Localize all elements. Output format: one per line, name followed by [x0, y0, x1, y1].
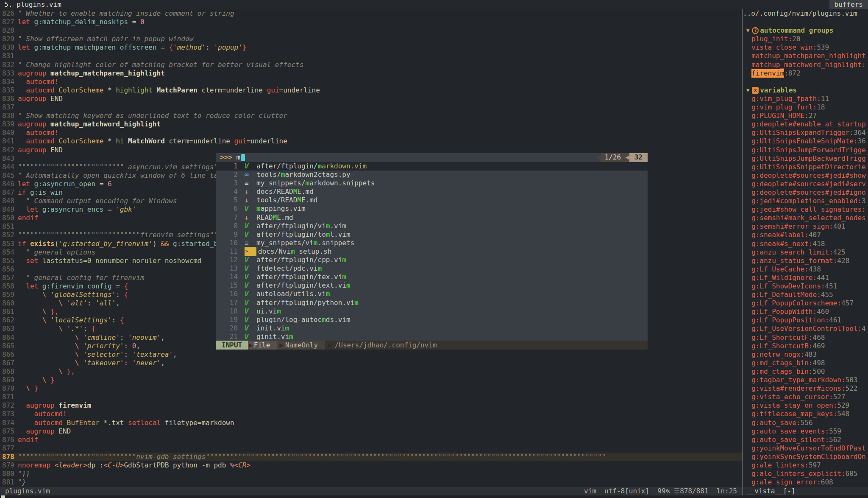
- tag-name[interactable]: g:Lf_WildIgnore: [751, 274, 813, 282]
- vista-tag-entry[interactable]: g:titlecase_map_keys:548: [743, 410, 868, 418]
- tag-name[interactable]: matchup_matchword_highlight: [751, 61, 862, 69]
- file-result-row[interactable]: 16Vautoload/utils.vim: [216, 290, 648, 298]
- tag-name[interactable]: g:yoinkSyncSystemClipboardOn: [751, 453, 866, 461]
- editor-line[interactable]: 868 \ },: [0, 367, 742, 376]
- search-query[interactable]: m: [236, 153, 241, 162]
- vista-tag-entry[interactable]: g:yoinkMoveCursorToEndOfPast: [743, 444, 868, 453]
- tag-name[interactable]: g:semshi#mark_selected_nodes: [751, 214, 866, 222]
- tag-name[interactable]: g:vim_plug_fpath: [751, 95, 817, 103]
- vista-tag-entry[interactable]: g:vim_plug_furl:18: [743, 103, 868, 112]
- file-result-row[interactable]: 14Vafter/ftplugin/tex.vim: [216, 273, 648, 281]
- vista-tag-entry[interactable]: g:netrw_nogx:483: [743, 350, 868, 359]
- file-result-row[interactable]: 2∞tools/markdown2ctags.py: [216, 171, 648, 179]
- tag-name[interactable]: g:vim_plug_furl: [751, 103, 813, 112]
- tag-name[interactable]: g:yoinkMoveCursorToEndOfPast: [751, 444, 866, 453]
- vista-tag-entry[interactable]: g:Lf_DefaultMode:455: [743, 291, 868, 299]
- tag-name[interactable]: g:deoplete#sources#jedi#igno: [751, 188, 866, 197]
- editor-line[interactable]: 831: [0, 52, 742, 60]
- editor-line[interactable]: 872 augroup firenvim: [0, 401, 742, 410]
- editor-line[interactable]: 833augroup matchup_matchparen_highlight: [0, 69, 742, 78]
- vista-tag-entry[interactable]: g:Lf_ShowDevIcons:451: [743, 282, 868, 291]
- editor-line[interactable]: 839augroup matchup_matchword_highlight: [0, 120, 742, 129]
- file-result-row[interactable]: 19Vplugin/log-autocmds.vim: [216, 316, 648, 324]
- vista-tag-entry[interactable]: g:deoplete#sources#jedi#show: [743, 171, 868, 180]
- file-result-row[interactable]: 7↓README.md: [216, 213, 648, 222]
- vista-tag-entry[interactable]: g:sneak#s_next:418: [743, 240, 868, 248]
- tag-name[interactable]: g:vista_stay_on_open: [751, 401, 833, 410]
- file-result-row[interactable]: 20Vinit.vim: [216, 324, 648, 333]
- vista-tag-entry[interactable]: g:Lf_ShortcutF:468: [743, 333, 868, 342]
- tag-name[interactable]: g:vista#renderer#icons: [751, 384, 841, 393]
- file-result-row[interactable]: 1Vafter/ftplugin/markdown.vim: [216, 162, 648, 171]
- vista-tag-entry[interactable]: g:anzu_search_limit:425: [743, 248, 868, 257]
- vista-section-header[interactable]: ▼?autocommand groups: [743, 26, 868, 35]
- vista-tag-entry[interactable]: g:tagbar_type_markdown:503: [743, 376, 868, 384]
- editor-line[interactable]: 836augroup END: [0, 95, 742, 103]
- tag-name[interactable]: g:auto_save_events: [751, 427, 825, 436]
- editor-line[interactable]: 879nnoremap <leader>dp :<C-U>GdbStartPDB…: [0, 461, 742, 470]
- tag-name[interactable]: g:Lf_ShortcutF: [751, 333, 809, 342]
- file-result-row[interactable]: 21Vginit.vim: [216, 333, 648, 341]
- vista-tag-entry[interactable]: g:auto_save:556: [743, 419, 868, 427]
- tag-name[interactable]: g:anzu_status_format: [751, 257, 833, 265]
- tag-name[interactable]: g:ale_linters_explicit: [751, 470, 841, 478]
- vista-tag-entry[interactable]: g:jedi#show_call_signatures:: [743, 205, 868, 214]
- file-result-row[interactable]: 18Vui.vim: [216, 307, 648, 316]
- vista-tag-entry[interactable]: g:anzu_status_format:428: [743, 257, 868, 265]
- editor-line[interactable]: 867 \ 'takeover': 'never',: [0, 359, 742, 367]
- vista-tag-entry[interactable]: g:UltiSnipsSnippetDirectorie: [743, 163, 868, 171]
- tag-name[interactable]: g:UltiSnipsSnippetDirectorie: [751, 163, 866, 171]
- editor-line[interactable]: 826" Whether to enable matching inside c…: [0, 9, 742, 18]
- tag-name[interactable]: g:Lf_DefaultMode: [751, 291, 817, 299]
- editor-line[interactable]: 881"}: [0, 478, 742, 487]
- vista-tag-entry[interactable]: vista_close_win:539: [743, 43, 868, 52]
- tag-name[interactable]: g:PLUGIN_HOME: [751, 112, 804, 120]
- vista-tag-entry[interactable]: g:Lf_UseCache:438: [743, 265, 868, 274]
- file-result-row[interactable]: 8Vafter/ftplugin/vim.vim: [216, 222, 648, 230]
- vista-tag-entry[interactable]: g:auto_save_silent:562: [743, 436, 868, 444]
- vista-section-header[interactable]: ▼xvariables: [743, 86, 868, 95]
- tag-name[interactable]: g:UltiSnipsExpandTrigger: [751, 129, 849, 137]
- vista-tag-entry[interactable]: g:vista_echo_cursor:527: [743, 393, 868, 401]
- editor-line[interactable]: 870 \ }: [0, 384, 742, 393]
- tag-name[interactable]: g:UltiSnipsEnableSnipMate: [751, 137, 854, 145]
- vista-tag-entry[interactable]: g:yoinkSyncSystemClipboardOn: [743, 453, 868, 461]
- vista-tag-entry[interactable]: g:vista#renderer#icons:522: [743, 384, 868, 393]
- editor-line[interactable]: 841 autocmd ColorScheme * hi MatchWord c…: [0, 137, 742, 145]
- tag-name[interactable]: g:jedi#show_call_signatures: [751, 205, 862, 214]
- tag-name[interactable]: g:deoplete#enable_at_startup: [751, 120, 866, 129]
- editor-line[interactable]: 866 \ 'selector': 'textarea',: [0, 350, 742, 359]
- file-result-row[interactable]: 13Vftdetect/pdc.vim: [216, 264, 648, 273]
- editor-line[interactable]: 827let g:matchup_delim_noskips = 0: [0, 18, 742, 26]
- tag-name[interactable]: g:deoplete#sources#jedi#serv: [751, 180, 866, 188]
- tag-name[interactable]: g:Lf_PopupPosition: [751, 316, 825, 325]
- vista-tag-entry[interactable]: g:vista_stay_on_open:529: [743, 401, 868, 410]
- tag-name[interactable]: g:sneak#label: [751, 231, 804, 239]
- tag-name[interactable]: g:Lf_ShortcutB: [751, 342, 809, 350]
- editor-line[interactable]: 876endif: [0, 436, 742, 444]
- chevron-down-icon[interactable]: ▼: [746, 26, 749, 35]
- vista-tag-entry[interactable]: matchup_matchword_highlight:: [743, 61, 868, 69]
- editor-line[interactable]: 837: [0, 103, 742, 112]
- vista-tag-entry[interactable]: g:Lf_PopupWidth:460: [743, 308, 868, 316]
- file-result-row[interactable]: 6Vmappings.vim: [216, 204, 648, 213]
- vista-tag-entry[interactable]: firenvim:872: [743, 69, 868, 78]
- tag-name[interactable]: g:jedi#completions_enabled: [751, 197, 857, 205]
- vista-tag-entry[interactable]: g:deoplete#sources#jedi#serv: [743, 180, 868, 188]
- tag-name[interactable]: g:Lf_PopupWidth: [751, 308, 813, 316]
- vista-tag-entry[interactable]: g:UltiSnipsEnableSnipMate:36: [743, 137, 868, 145]
- command-line[interactable]: [0, 495, 868, 498]
- editor-line[interactable]: 875 augroup END: [0, 427, 742, 436]
- tag-name[interactable]: g:semshi#error_sign: [751, 222, 829, 231]
- file-result-row[interactable]: 10≡my_snippets/vim.snippets: [216, 239, 648, 247]
- vista-tag-entry[interactable]: g:md_ctags_bin:498: [743, 359, 868, 367]
- vista-tag-entry[interactable]: g:Lf_WildIgnore:441: [743, 274, 868, 282]
- editor-line[interactable]: 874 autocmd BufEnter *.txt setlocal file…: [0, 419, 742, 427]
- tag-name[interactable]: plug_init: [751, 35, 788, 43]
- tag-name[interactable]: g:titlecase_map_keys: [751, 410, 833, 418]
- tag-name[interactable]: g:Lf_UseVersionControlTool: [751, 325, 857, 333]
- editor-line[interactable]: 828: [0, 26, 742, 35]
- vista-tag-entry[interactable]: g:Lf_ShortcutB:469: [743, 342, 868, 350]
- file-result-row[interactable]: 4↓docs/README.md: [216, 187, 648, 196]
- vista-sidebar[interactable]: ..o/.config/nvim/plugins.vim▼?autocomman…: [743, 9, 868, 487]
